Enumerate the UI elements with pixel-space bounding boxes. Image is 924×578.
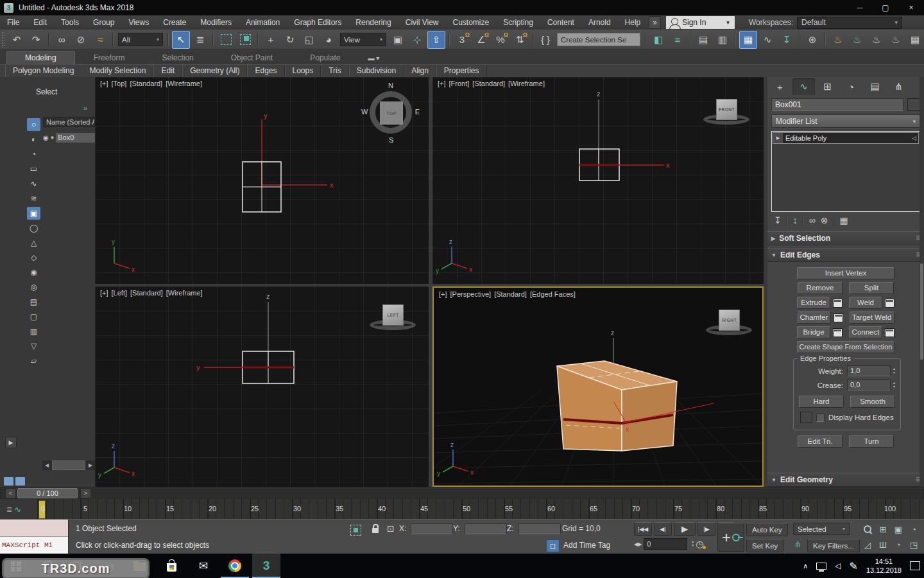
selection-set-dropdown[interactable]: Selected ▾: [793, 523, 850, 535]
tray-clock[interactable]: 14:51 13.12.2018: [866, 557, 902, 575]
viewport-top[interactable]: [+] [Top] [Standard] [Wireframe] y x y x: [95, 77, 429, 284]
viewcube[interactable]: LEFT: [370, 303, 417, 342]
object-name-field[interactable]: Box001: [771, 98, 903, 111]
menu-item-tools[interactable]: Tools: [54, 16, 86, 30]
ribbon-minimize-icon[interactable]: ▬ ▾: [368, 55, 380, 64]
weight-spinner[interactable]: ▴▾: [893, 367, 895, 375]
schematic-view-icon[interactable]: ↧: [778, 31, 796, 49]
ribbon-panel-polygon-modeling[interactable]: Polygon Modeling: [5, 65, 81, 77]
y-coordinate-field[interactable]: [465, 523, 507, 534]
scroll-right-icon[interactable]: ▶: [86, 462, 95, 468]
extrude-settings-icon[interactable]: [833, 299, 843, 308]
taskbar-store[interactable]: [157, 554, 185, 578]
scene-explorer-hscrollbar[interactable]: ◀ ▶: [42, 460, 95, 470]
edit-tri-button[interactable]: Edit Tri.: [798, 435, 843, 448]
snap-3d-icon[interactable]: 3Ω: [453, 31, 471, 49]
window-crossing-icon[interactable]: [236, 31, 254, 49]
use-pivot-center-icon[interactable]: ▣: [389, 31, 407, 49]
viewport-menu-general[interactable]: [+]: [439, 290, 447, 298]
create-selection-set-input[interactable]: Create Selection Se: [557, 33, 640, 46]
menu-item-graph-editors[interactable]: Graph Editors: [287, 16, 348, 30]
keyable-icon[interactable]: ⋔: [794, 539, 801, 549]
zoom-extents-all-icon[interactable]: ◔: [906, 521, 921, 537]
viewport-menu-shading[interactable]: [Edged Faces]: [530, 290, 576, 298]
render-gallery-icon[interactable]: ▦: [906, 31, 924, 49]
network-icon[interactable]: [816, 563, 826, 570]
toggle-ribbon-icon[interactable]: ▦: [739, 31, 757, 49]
explorer-select-tool-icon[interactable]: ○: [27, 118, 40, 131]
explorer-display-space-warps-icon[interactable]: ≋: [27, 192, 40, 205]
turn-button[interactable]: Turn: [849, 435, 894, 448]
visibility-eye-icon[interactable]: ◉: [43, 134, 49, 141]
show-end-result-icon[interactable]: ↨: [793, 215, 798, 225]
play-button[interactable]: ▶: [674, 522, 696, 536]
pan-hand-icon[interactable]: Ш: [875, 537, 891, 552]
create-shape-button[interactable]: Create Shape From Selection: [797, 341, 894, 353]
scrollbar-thumb[interactable]: [920, 263, 923, 360]
action-center-icon[interactable]: [910, 561, 920, 570]
selection-filter-dropdown[interactable]: All▾: [118, 33, 163, 46]
maximize-viewport-icon[interactable]: ◳: [906, 537, 921, 552]
angle-snap-icon[interactable]: ∠Ω: [472, 31, 490, 49]
mirror-icon[interactable]: ◧: [649, 31, 667, 49]
taskbar-chrome-active[interactable]: [221, 554, 249, 578]
rollout-edit-geometry[interactable]: ▼ Edit Geometry ⠿: [767, 473, 924, 487]
sign-in-button[interactable]: Sign In ▾: [666, 16, 735, 29]
ribbon-panel-edges[interactable]: Edges: [247, 65, 284, 77]
box-object[interactable]: x: [557, 361, 714, 451]
viewport-perspective-active[interactable]: [+] [Perspective] [Standard] [Edged Face…: [432, 286, 764, 487]
explorer-list-view-icon[interactable]: ▤: [27, 295, 40, 308]
zoom-icon[interactable]: [860, 521, 875, 537]
set-keys-button[interactable]: +: [717, 523, 744, 552]
stack-pin-icon[interactable]: ◁: [912, 135, 918, 141]
explorer-folder-icon[interactable]: ▱: [27, 355, 40, 367]
menu-overflow-icon[interactable]: »: [649, 16, 661, 29]
hard-button[interactable]: Hard: [799, 396, 844, 408]
time-tag-cube-icon[interactable]: ◻: [546, 539, 560, 552]
speaker-icon[interactable]: ◁: [835, 561, 841, 570]
add-time-tag[interactable]: Add Time Tag: [563, 541, 610, 550]
tab-display-icon[interactable]: ▤: [864, 78, 886, 95]
x-coordinate-field[interactable]: [411, 523, 453, 534]
viewcube-top-face[interactable]: TOP: [380, 101, 403, 125]
select-and-manipulate-icon[interactable]: ⊹: [408, 31, 426, 49]
viewport-menu-pov[interactable]: [Front]: [449, 80, 470, 87]
menu-item-rendering[interactable]: Rendering: [348, 16, 398, 30]
viewcube-left-face[interactable]: LEFT: [382, 304, 404, 326]
ribbon-tab-populate[interactable]: Populate: [291, 51, 359, 64]
previous-frame-arrow[interactable]: <: [5, 488, 16, 498]
ribbon-tab-selection[interactable]: Selection: [143, 51, 212, 64]
spinner-snap-icon[interactable]: ⇅Ω: [511, 31, 529, 49]
explorer-display-cameras-icon[interactable]: ▭: [27, 162, 40, 175]
tray-expand-icon[interactable]: ∧: [803, 562, 808, 570]
explorer-filter-icon[interactable]: ▽: [27, 340, 40, 353]
open-mini-curve-editor-button[interactable]: ≣ ∿: [6, 502, 32, 517]
menu-item-modifiers[interactable]: Modifiers: [193, 16, 239, 30]
ribbon-tab-object-paint[interactable]: Object Paint: [212, 51, 291, 64]
viewport-menu-style[interactable]: [Standard]: [494, 290, 527, 298]
percent-snap-icon[interactable]: %Ω: [492, 31, 509, 49]
viewport-menu-shading[interactable]: [Wireframe]: [166, 289, 203, 297]
ribbon-panel-geometry-all-[interactable]: Geometry (All): [182, 65, 247, 77]
curve-editor-icon[interactable]: ∿: [758, 31, 776, 49]
viewport-menu-style[interactable]: [Standard]: [472, 80, 505, 87]
key-filters-button[interactable]: Key Filters...: [807, 539, 860, 552]
absolute-mode-icon[interactable]: ⊡: [387, 523, 395, 534]
viewcube[interactable]: RIGHT: [706, 308, 753, 347]
field-of-view-icon[interactable]: ◿: [860, 537, 875, 552]
split-button[interactable]: Split: [849, 282, 894, 294]
explorer-display-bones-icon[interactable]: ◇: [27, 251, 40, 264]
viewport-menu-general[interactable]: [+]: [100, 289, 108, 297]
scene-explorer-dock-icon[interactable]: [4, 477, 13, 486]
pen-icon[interactable]: ✎: [850, 560, 858, 572]
rollout-edit-edges[interactable]: ▼ Edit Edges ⠿: [767, 248, 924, 262]
weld-button[interactable]: Weld: [849, 297, 882, 309]
select-and-link-icon[interactable]: ∞: [53, 31, 71, 49]
ribbon-panel-edit[interactable]: Edit: [153, 65, 182, 77]
explorer-display-frozen-icon[interactable]: ▢: [27, 310, 40, 323]
viewcube-compass[interactable]: TOP N W E S: [370, 91, 412, 134]
unlink-selection-icon[interactable]: ⊘: [72, 31, 90, 49]
menu-item-file[interactable]: File: [0, 16, 26, 30]
frame-spinner[interactable]: ▴▾: [692, 540, 694, 548]
rendered-frame-window-icon[interactable]: ♨: [848, 31, 866, 49]
